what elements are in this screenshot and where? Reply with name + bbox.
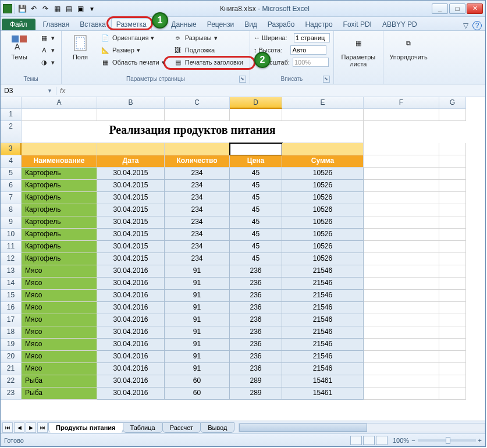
cell-date[interactable]: 30.04.2016 (97, 363, 165, 375)
qat-more[interactable]: ▾ (87, 3, 97, 14)
cell-qty[interactable]: 234 (165, 192, 230, 204)
sheet-tab-1[interactable]: Таблица (123, 422, 163, 433)
tab-5[interactable]: Рецензи (202, 18, 239, 30)
cell[interactable] (439, 180, 466, 192)
fx-icon[interactable]: fx (56, 87, 69, 95)
sheet-nav-0[interactable]: ⏮ (2, 422, 13, 433)
cell[interactable] (165, 143, 230, 155)
cell-qty[interactable]: 234 (165, 253, 230, 265)
cell-sum[interactable]: 21546 (282, 314, 364, 326)
cell-date[interactable]: 30.04.2015 (97, 192, 165, 204)
cell[interactable] (439, 155, 466, 168)
zoom-in[interactable]: + (478, 437, 482, 444)
sheet-tab-2[interactable]: Рассчет (162, 422, 201, 433)
theme-colors[interactable]: ▦▾ (37, 32, 58, 44)
row-header-23[interactable]: 23 (1, 387, 22, 400)
cell[interactable] (439, 241, 466, 253)
cell-qty[interactable]: 91 (165, 290, 230, 302)
cell-name[interactable]: Мясо (22, 278, 97, 290)
cell-price[interactable]: 236 (230, 351, 282, 363)
cell[interactable] (439, 387, 466, 400)
scale-dialog-icon[interactable]: ⬊ (323, 76, 330, 83)
cell[interactable] (439, 339, 466, 351)
cell-qty[interactable]: 234 (165, 216, 230, 229)
cell-name[interactable]: Картофель (22, 253, 97, 265)
cell[interactable] (439, 302, 466, 314)
row-header-16[interactable]: 16 (1, 302, 22, 314)
cell-name[interactable]: Мясо (22, 339, 97, 351)
cell-qty[interactable]: 91 (165, 363, 230, 375)
cell[interactable] (364, 121, 439, 133)
tab-7[interactable]: Разрабо (262, 18, 300, 30)
cell[interactable] (22, 109, 97, 121)
cell-qty[interactable]: 60 (165, 375, 230, 387)
cell-price[interactable]: 236 (230, 339, 282, 351)
row-header-3[interactable]: 3 (1, 143, 22, 155)
cell-sum[interactable]: 10526 (282, 241, 364, 253)
cell-price[interactable]: 45 (230, 253, 282, 265)
qat-redo[interactable]: ↷ (40, 3, 51, 14)
row-header-21[interactable]: 21 (1, 363, 22, 375)
row-header-5[interactable]: 5 (1, 168, 22, 180)
zoom-thumb[interactable] (446, 437, 450, 444)
cell[interactable] (97, 143, 165, 155)
tab-8[interactable]: Надстро (300, 18, 337, 30)
cell[interactable] (364, 314, 439, 326)
row-header-11[interactable]: 11 (1, 241, 22, 253)
row-header-13[interactable]: 13 (1, 265, 22, 278)
row-header-19[interactable]: 19 (1, 339, 22, 351)
breaks-button[interactable]: ⎊Разрывы ▾ (170, 32, 246, 44)
cell-qty[interactable]: 91 (165, 302, 230, 314)
minimize-button[interactable]: _ (432, 3, 448, 14)
tab-4[interactable]: Данные (166, 18, 201, 30)
cell-name[interactable]: Мясо (22, 290, 97, 302)
col-header-C[interactable]: C (165, 97, 230, 109)
cell-sum[interactable]: 10526 (282, 229, 364, 241)
cell-date[interactable]: 30.04.2015 (97, 229, 165, 241)
cell-qty[interactable]: 234 (165, 229, 230, 241)
cell[interactable] (22, 143, 97, 155)
cell-price[interactable]: 236 (230, 363, 282, 375)
row-header-8[interactable]: 8 (1, 204, 22, 216)
cell-name[interactable]: Рыба (22, 375, 97, 387)
row-header-1[interactable]: 1 (1, 109, 22, 121)
cell-price[interactable]: 236 (230, 302, 282, 314)
cell-date[interactable]: 30.04.2016 (97, 387, 165, 400)
tab-0[interactable]: Главная (38, 18, 75, 30)
cell-sum[interactable]: 21546 (282, 302, 364, 314)
cell-name[interactable]: Рыба (22, 387, 97, 400)
cell[interactable] (364, 192, 439, 204)
cell-name[interactable]: Картофель (22, 180, 97, 192)
close-button[interactable]: ✕ (467, 3, 483, 14)
cell-sum[interactable]: 10526 (282, 180, 364, 192)
print-titles-button[interactable]: ▤Печатать заголовки (170, 56, 246, 68)
file-tab[interactable]: Файл (2, 19, 35, 30)
sheet-tab-0[interactable]: Продукты питания (48, 422, 123, 433)
cell[interactable] (364, 265, 439, 278)
tab-3[interactable]: 9 (152, 18, 166, 30)
tab-6[interactable]: Вид (239, 18, 262, 30)
cell-price[interactable]: 45 (230, 229, 282, 241)
row-header-18[interactable]: 18 (1, 326, 22, 339)
cell-qty[interactable]: 91 (165, 339, 230, 351)
cell-price[interactable]: 289 (230, 387, 282, 400)
cell-price[interactable]: 45 (230, 192, 282, 204)
maximize-button[interactable]: □ (449, 3, 465, 14)
name-box[interactable]: D3▼ (1, 87, 56, 95)
row-header-14[interactable]: 14 (1, 278, 22, 290)
scale-height-input[interactable] (290, 45, 326, 55)
col-header-G[interactable]: G (439, 97, 466, 109)
cell-date[interactable]: 30.04.2016 (97, 265, 165, 278)
cell-price[interactable]: 236 (230, 265, 282, 278)
horizontal-scrollbar[interactable] (239, 423, 485, 432)
cell-name[interactable]: Мясо (22, 302, 97, 314)
qat-extra-1[interactable]: ▦ (52, 3, 62, 14)
cell[interactable] (439, 216, 466, 229)
cell[interactable] (439, 109, 466, 121)
cell[interactable] (364, 302, 439, 314)
cell[interactable] (364, 180, 439, 192)
cell-date[interactable]: 30.04.2016 (97, 302, 165, 314)
tab-1[interactable]: Вставка (74, 18, 111, 30)
cell-date[interactable]: 30.04.2016 (97, 339, 165, 351)
cell-sum[interactable]: 21546 (282, 326, 364, 339)
